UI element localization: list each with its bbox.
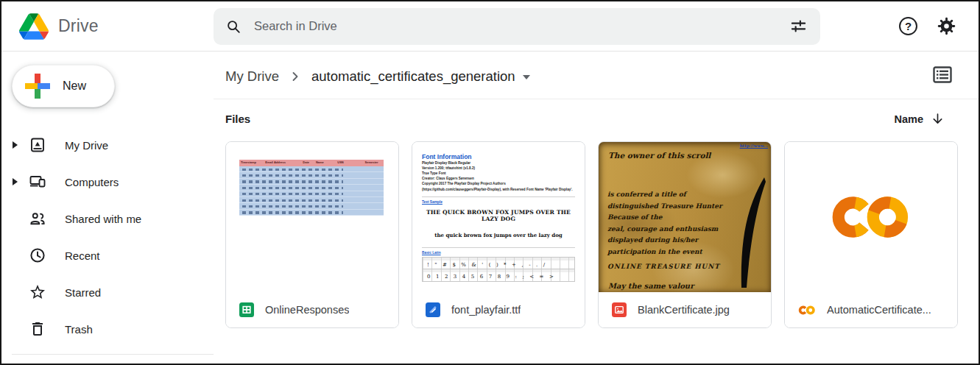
parchment-certificate-preview: http://www... The owner of this scroll i… [599,142,771,292]
sidebar-item-my-drive[interactable]: My Drive [1,127,214,163]
file-name: font_playfair.ttf [451,304,521,316]
sheet-data-row [239,203,384,209]
font-info-line: Version 1.200; ttfautohint (v1.8.2) [422,166,575,171]
sheet-col-header: Email Address [264,160,301,166]
certificate-line: Because of the [607,212,740,224]
colab-logo [830,191,912,243]
sheet-data-row [239,185,384,191]
file-card-online-responses[interactable]: Timestamp Email Address Date Name USN Se… [225,141,399,328]
trash-icon [29,320,46,338]
sidebar-item-starred[interactable]: Starred [1,274,214,311]
search-bar[interactable]: Search in Drive [214,8,820,45]
colab-file-icon [798,305,816,316]
google-sheets-icon [239,302,254,317]
breadcrumb-divider [214,99,979,99]
multicolor-plus-icon [25,74,50,99]
content-area: New My Drive [1,52,979,364]
recent-clock-icon [29,247,46,264]
sheet-col-header: Name [314,160,336,166]
file-card-footer: BlankCertificate.jpg [599,292,771,327]
arrow-down-icon [931,112,945,126]
sheet-data-row [239,172,384,178]
file-card-footer: OnlineResponses [226,292,398,327]
file-name: BlankCertificate.jpg [638,304,730,316]
sidebar-item-label: Trash [65,323,93,336]
sidebar-item-computers[interactable]: Computers [1,163,214,200]
tune-icon [790,18,807,35]
font-info-heading: Font Information [422,153,575,160]
sheet-col-header: Date [301,160,314,166]
sidebar-divider [12,354,214,355]
help-icon: ? [899,17,917,35]
spreadsheet-header-row: Timestamp Email Address Date Name USN Se… [239,160,384,166]
sample-lowercase: the quick brown fox jumps over the lazy … [422,232,575,238]
certificate-image-thumbnail: http://www... The owner of this scroll i… [599,142,771,292]
divider [422,247,575,248]
breadcrumb-root[interactable]: My Drive [225,68,279,85]
file-card-footer: AutomaticCertificate... [785,292,957,327]
breadcrumb: My Drive automatic_certificates_generati… [225,63,979,90]
sidebar-item-recent[interactable]: Recent [1,237,214,274]
quill-feather-graphic [733,177,766,289]
top-right-actions: ? [899,16,956,36]
help-button[interactable]: ? [899,17,917,35]
file-name: OnlineResponses [265,304,349,316]
glyph-table-row: 0123456789:;<=> [422,269,575,282]
sheet-data-row [239,166,384,172]
breadcrumb-current-folder[interactable]: automatic_certificates_generation [311,68,530,85]
drive-logo-home[interactable]: Drive [1,13,214,40]
font-preview: Font Information Playfair Display Black … [412,142,585,292]
certificate-line: distinguished Treasure Hunter [607,201,740,213]
font-info-line: Playfair Display Black Regular [422,160,575,166]
settings-button[interactable] [937,16,956,36]
font-info-line: Copyright 2017 The Playfair Display Proj… [422,181,575,186]
sheet-data-row [239,210,384,216]
file-card-automatic-certificate[interactable]: AutomaticCertificate... [784,141,958,328]
file-card-blank-certificate[interactable]: http://www... The owner of this scroll i… [598,141,772,328]
advanced-search-button[interactable] [790,18,807,35]
file-card-font-playfair[interactable]: Font Information Playfair Display Black … [412,141,585,328]
list-view-toggle-button[interactable] [933,66,952,83]
search-input[interactable]: Search in Drive [254,19,778,33]
files-header-row: Files Name [225,112,979,126]
sample-uppercase: THE QUICK BROWN FOX JUMPS OVER THE LAZY … [422,209,575,222]
current-folder-name: automatic_certificates_generation [311,68,515,85]
file-card-footer: font_playfair.ttf [412,292,585,327]
certificate-closing-line: May the same valour [608,282,694,290]
sidebar: New My Drive [1,52,214,364]
font-file-icon [426,302,440,317]
gear-icon [937,16,956,36]
sheet-data-row [239,197,384,203]
new-button[interactable]: New [12,65,115,107]
new-button-label: New [63,79,86,93]
drive-window: Drive Search in Drive [0,0,980,365]
sheet-data-row [239,191,384,197]
expand-arrow-icon[interactable] [13,178,29,185]
sheet-data-row [239,179,384,185]
certificate-line: participation in the event [607,247,740,258]
colab-notebook-thumbnail [785,142,957,292]
glyph-table-row: !"#$%&'()*+,-./ [422,257,575,269]
folder-menu-caret-icon [523,75,530,79]
my-drive-icon [29,136,46,154]
files-grid: Timestamp Email Address Date Name USN Se… [225,141,979,328]
main-panel: My Drive automatic_certificates_generati… [214,52,979,364]
sidebar-item-shared-with-me[interactable]: Shared with me [1,200,214,237]
chevron-right-icon [288,69,303,84]
sidebar-item-label: My Drive [65,139,108,152]
glyphs-heading: Basic Latin [422,251,575,255]
sidebar-item-label: Shared with me [65,213,141,225]
sidebar-item-label: Starred [65,286,101,299]
drive-logo-icon [19,13,49,40]
expand-arrow-icon[interactable] [13,141,29,149]
app-title: Drive [58,16,99,36]
sidebar-item-label: Recent [65,249,100,262]
sheet-col-header: USN [336,160,363,166]
certificate-url-watermark: http://www... [740,143,768,148]
sort-by-name-button[interactable]: Name [895,112,945,126]
sidebar-item-trash[interactable]: Trash [1,311,214,347]
sidebar-nav: My Drive Computers [1,127,214,347]
font-file-thumbnail: Font Information Playfair Display Black … [412,142,585,292]
divider [422,196,575,197]
font-info-line: True Type Font [422,171,575,176]
